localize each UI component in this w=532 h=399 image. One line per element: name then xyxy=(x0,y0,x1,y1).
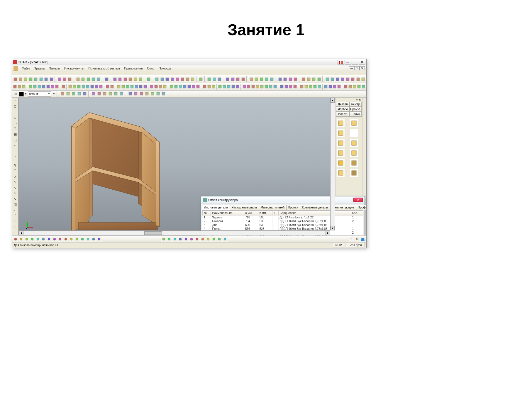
toolbar-button[interactable] xyxy=(231,77,235,82)
tab-banks[interactable]: Банки xyxy=(350,112,362,117)
toolbar-button[interactable] xyxy=(199,77,203,82)
toolbar-button[interactable] xyxy=(77,84,81,89)
toolbar-button[interactable] xyxy=(62,77,67,82)
people-icon[interactable]: 👥 xyxy=(360,237,365,242)
tab-sheet-parts[interactable]: Листовые детали xyxy=(202,205,230,210)
menu-tools[interactable]: Инструменты xyxy=(62,66,86,71)
panel-icon[interactable] xyxy=(350,169,358,177)
col-header[interactable]: Наименование xyxy=(211,211,244,215)
toolbar-button[interactable] xyxy=(28,77,33,82)
toolbar-button[interactable] xyxy=(301,77,306,82)
toolbar-button[interactable] xyxy=(247,84,251,89)
bottom-tool[interactable] xyxy=(13,237,18,242)
scroll-down-icon[interactable]: ▼ xyxy=(331,226,335,230)
panel-icon[interactable] xyxy=(350,149,358,157)
toolbar-button[interactable] xyxy=(353,84,357,89)
vertical-scrollbar[interactable]: ▲ ▼ xyxy=(330,98,335,230)
left-tool[interactable]: ⌈ xyxy=(13,213,18,218)
bottom-tool[interactable] xyxy=(222,237,228,242)
toolbar-button[interactable] xyxy=(217,77,222,82)
color-swatch[interactable] xyxy=(19,92,24,96)
toolbar-button[interactable] xyxy=(222,84,226,89)
menu-file[interactable]: Файл xyxy=(20,66,31,71)
table-row[interactable]: 1Задник718598ДВПО 4мм Бук 2,75х1,221 xyxy=(203,215,363,220)
toolbar-button[interactable] xyxy=(128,77,133,82)
toolbar-button[interactable] xyxy=(112,77,117,82)
toolbar-button[interactable] xyxy=(337,84,341,89)
toolbar-button[interactable] xyxy=(155,77,159,82)
toolbar-button[interactable] xyxy=(330,77,335,82)
toolbar-button[interactable] xyxy=(121,84,125,89)
table-row[interactable]: 2Боковая704530ЛДСП 16мм Бук Бавария 2,75… xyxy=(203,219,363,223)
toolbar-button[interactable] xyxy=(61,84,65,89)
toolbar-button[interactable] xyxy=(42,84,46,89)
toolbar-button[interactable] xyxy=(146,77,151,82)
horizontal-scrollbar[interactable]: ◀ ▶ xyxy=(19,230,330,235)
toolbar-button[interactable] xyxy=(225,77,230,82)
col-header[interactable]: ↑ xyxy=(272,211,278,215)
toolbar-button[interactable] xyxy=(311,77,316,82)
col-header[interactable]: Кол. xyxy=(351,211,363,215)
tab-construct[interactable]: Констр. xyxy=(350,102,362,107)
toolbar-button[interactable] xyxy=(90,84,94,89)
toolbar-button[interactable] xyxy=(50,84,55,89)
toolbar-button[interactable] xyxy=(324,84,328,89)
layer-tool-button[interactable] xyxy=(108,91,113,96)
bottom-tool[interactable] xyxy=(74,237,79,242)
bottom-tool[interactable] xyxy=(206,237,211,242)
toolbar-button[interactable] xyxy=(235,84,240,89)
menu-window[interactable]: Окно xyxy=(145,66,156,71)
layer-tool-button[interactable] xyxy=(144,91,150,96)
bottom-tool[interactable] xyxy=(189,237,194,242)
layer-tool-button[interactable] xyxy=(128,91,133,96)
left-tool[interactable]: T xyxy=(13,126,18,131)
bottom-tool[interactable] xyxy=(200,237,205,242)
toolbar-button[interactable] xyxy=(231,84,235,89)
left-tool[interactable]: ⟍ xyxy=(13,224,18,229)
left-tool[interactable]: / xyxy=(13,98,18,103)
toolbar-button[interactable] xyxy=(49,77,53,82)
bottom-tool[interactable] xyxy=(172,237,177,242)
bottom-tool[interactable] xyxy=(18,237,24,242)
tab-material-usage[interactable]: Расход материала xyxy=(230,205,259,210)
toolbar-button[interactable] xyxy=(350,77,355,82)
toolbar-button[interactable] xyxy=(72,84,77,89)
bottom-tool[interactable] xyxy=(46,237,52,242)
layer-tool-button[interactable] xyxy=(119,91,124,96)
toolbar-button[interactable] xyxy=(139,84,143,89)
bottom-tool[interactable] xyxy=(217,237,222,242)
menu-help[interactable]: Помощь xyxy=(157,66,173,71)
toolbar-button[interactable] xyxy=(165,77,170,82)
toolbar-button[interactable] xyxy=(130,84,134,89)
bottom-tool[interactable] xyxy=(178,237,183,242)
left-tool[interactable]: O xyxy=(13,104,18,109)
minimize-button[interactable]: — xyxy=(345,60,351,64)
bottom-tool[interactable] xyxy=(91,237,96,242)
toolbar-button[interactable] xyxy=(143,84,147,89)
toolbar-button[interactable] xyxy=(249,77,254,82)
v-track[interactable] xyxy=(331,103,335,226)
toolbar-button[interactable] xyxy=(340,77,345,82)
left-tool[interactable]: ~ xyxy=(13,109,18,115)
toolbar-button[interactable] xyxy=(344,84,348,89)
toolbar-button[interactable] xyxy=(212,77,217,82)
layer-tool-button[interactable] xyxy=(102,91,107,96)
toolbar-button[interactable] xyxy=(180,77,185,82)
toolbar-button[interactable] xyxy=(242,84,246,89)
tab-fasteners[interactable]: Крепёжные детали xyxy=(300,205,330,210)
toolbar-button[interactable] xyxy=(306,77,311,82)
toolbar-button[interactable] xyxy=(75,77,80,82)
toolbar-button[interactable] xyxy=(163,84,167,89)
close-button[interactable]: ✕ xyxy=(359,60,365,64)
toolbar-button[interactable] xyxy=(317,77,321,82)
toolbar-button[interactable] xyxy=(86,84,90,89)
panel-icon[interactable] xyxy=(350,119,358,127)
toolbar-button[interactable] xyxy=(288,77,293,82)
col-header[interactable]: № xyxy=(203,211,211,215)
tab-production[interactable]: Произв. xyxy=(350,107,362,112)
toolbar-button[interactable] xyxy=(91,77,96,82)
toolbar-button[interactable] xyxy=(86,77,90,82)
panel-icon[interactable] xyxy=(337,159,345,167)
toolbar-button[interactable] xyxy=(106,84,110,89)
left-tool[interactable]: ↯ xyxy=(13,163,18,168)
